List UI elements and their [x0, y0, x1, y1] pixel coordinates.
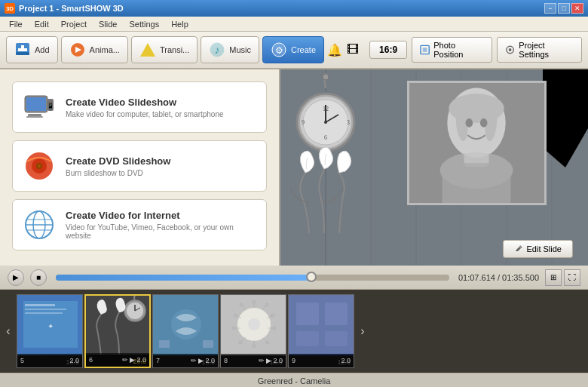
app-icon: 3D	[5, 3, 15, 14]
svg-point-13	[509, 48, 512, 51]
svg-point-58	[466, 118, 473, 127]
edit-slide-label: Edit Slide	[527, 244, 562, 253]
left-panel: 📱 Create Video Slideshow Make video for …	[0, 69, 280, 266]
svg-rect-104	[296, 331, 319, 346]
svg-rect-102	[296, 303, 319, 325]
pencil-icon	[514, 244, 523, 253]
film-slide-6[interactable]: 6 ✏ ▶ 2.0 20.0	[84, 294, 151, 368]
internet-video-desc: Video for YouTube, Vimeo, Facebook, or y…	[66, 223, 256, 240]
svg-marker-5	[140, 43, 155, 57]
internet-video-title: Create Video for Internet	[66, 210, 256, 221]
svg-rect-77	[203, 340, 213, 348]
svg-rect-62	[443, 163, 511, 203]
svg-rect-67	[25, 309, 66, 310]
filmstrip-next-button[interactable]: ›	[356, 293, 369, 370]
svg-rect-1	[16, 52, 29, 55]
music-button[interactable]: ♪ Music	[201, 36, 259, 63]
slide-7-icons: ✏ ▶ 2.0	[191, 357, 215, 364]
video-slideshow-title: Create Video Slideshow	[66, 97, 224, 108]
view-fullscreen-button[interactable]: ⛶	[564, 269, 580, 286]
svg-text:9: 9	[302, 119, 305, 126]
music-icon: ♪	[209, 41, 225, 58]
main-area: 📱 Create Video Slideshow Make video for …	[0, 69, 588, 266]
slide-8-info: 8 ✏ ▶ 2.0	[221, 354, 286, 367]
create-dvd-slideshow-option[interactable]: Create DVD Slideshow Burn slideshow to D…	[12, 140, 267, 192]
svg-rect-76	[159, 340, 170, 348]
slide-8-icons: ✏ ▶ 2.0	[259, 357, 283, 364]
preview-background: 12 3 6 9	[280, 69, 588, 266]
dvd-slideshow-desc: Burn slideshow to DVD	[66, 169, 170, 177]
titlebar: 3D Project 1 - SmartSHOW 3D − □ ✕	[0, 0, 588, 17]
settings-icon	[505, 45, 515, 55]
create-label: Create	[291, 45, 316, 54]
svg-point-95	[232, 327, 235, 330]
slide-6-info: 6 ✏ ▶ 2.0	[86, 353, 149, 367]
svg-rect-105	[325, 331, 348, 346]
aspect-ratio-button[interactable]: 16:9	[369, 41, 407, 59]
svg-text:3: 3	[347, 119, 350, 126]
svg-text:♪: ♪	[215, 44, 220, 56]
close-button[interactable]: ✕	[571, 3, 583, 14]
toolbar-right: 🔔 🎞 16:9 Photo Position Project Settings	[327, 37, 582, 63]
add-icon	[14, 41, 31, 58]
photo-position-button[interactable]: Photo Position	[412, 37, 492, 63]
project-settings-label: Project Settings	[519, 41, 574, 59]
stop-button[interactable]: ■	[30, 269, 47, 286]
film-slide-8[interactable]: 8 ✏ ▶ 2.0 14.0	[220, 294, 286, 368]
svg-point-99	[240, 303, 243, 306]
svg-point-81	[253, 300, 256, 303]
play-button[interactable]: ▶	[8, 269, 24, 286]
menu-help[interactable]: Help	[165, 18, 194, 30]
edit-slide-button[interactable]: Edit Slide	[503, 240, 573, 258]
slide-9-thumbnail	[289, 295, 354, 355]
film-slide-7[interactable]: 7 ✏ ▶ 2.0 15.0	[152, 294, 219, 368]
menu-project[interactable]: Project	[55, 18, 93, 30]
film-slide-9[interactable]: 9 2.0 12.0	[288, 294, 354, 368]
transition-button[interactable]: Transi...	[131, 36, 198, 63]
slide-7-thumbnail	[153, 295, 218, 355]
create-video-slideshow-option[interactable]: 📱 Create Video Slideshow Make video for …	[12, 81, 267, 133]
svg-point-40	[323, 74, 329, 80]
internet-video-icon	[23, 209, 55, 241]
film-icon[interactable]: 🎞	[347, 43, 359, 57]
svg-point-93	[239, 341, 242, 344]
menu-settings[interactable]: Settings	[123, 18, 165, 30]
toolbar: Add Anima... Transi... ♪ Music	[0, 32, 588, 69]
slide-6-icons: ✏ ▶ 2.0	[122, 356, 146, 364]
add-label: Add	[35, 45, 50, 54]
titlebar-controls: − □ ✕	[544, 3, 583, 14]
svg-rect-17	[26, 116, 43, 118]
view-fit-button[interactable]: ⊞	[545, 269, 562, 286]
menubar: File Edit Project Slide Settings Help	[0, 17, 588, 32]
svg-point-91	[253, 345, 256, 348]
film-slide-5[interactable]: ✦ 5 2.0 16.5	[17, 294, 83, 368]
add-button[interactable]: Add	[6, 36, 58, 63]
minimize-button[interactable]: −	[544, 3, 556, 14]
animate-button[interactable]: Anima...	[61, 36, 128, 63]
svg-rect-15	[26, 97, 46, 111]
internet-video-text: Create Video for Internet Video for YouT…	[66, 210, 256, 240]
song-title-text: Greenred - Camelia	[258, 376, 331, 385]
menu-edit[interactable]: Edit	[29, 18, 55, 30]
photo-position-icon	[420, 45, 430, 55]
menu-file[interactable]: File	[3, 18, 29, 30]
menu-slide[interactable]: Slide	[93, 18, 123, 30]
maximize-button[interactable]: □	[558, 3, 570, 14]
svg-rect-11	[423, 48, 427, 52]
video-slideshow-icon: 📱	[23, 91, 55, 123]
progress-bar[interactable]	[56, 275, 449, 281]
create-internet-video-option[interactable]: Create Video for Internet Video for YouT…	[12, 199, 267, 250]
filmstrip-prev-button[interactable]: ‹	[2, 293, 15, 370]
notification-icon[interactable]: 🔔	[327, 43, 342, 57]
filmstrip: ‹ ✦ 5 2.0 16.5	[0, 290, 588, 373]
music-label: Music	[229, 45, 251, 54]
slide-6-thumbnail	[86, 296, 149, 355]
create-button[interactable]: ⚙ Create	[262, 36, 324, 63]
progress-thumb[interactable]	[306, 272, 317, 282]
current-time: 01:07.614	[458, 273, 495, 282]
time-display: 01:07.614 / 01:35.500	[458, 273, 539, 282]
project-settings-button[interactable]: Project Settings	[497, 37, 582, 63]
svg-rect-16	[28, 114, 41, 116]
photo-content	[409, 81, 544, 205]
svg-rect-3	[18, 48, 27, 51]
